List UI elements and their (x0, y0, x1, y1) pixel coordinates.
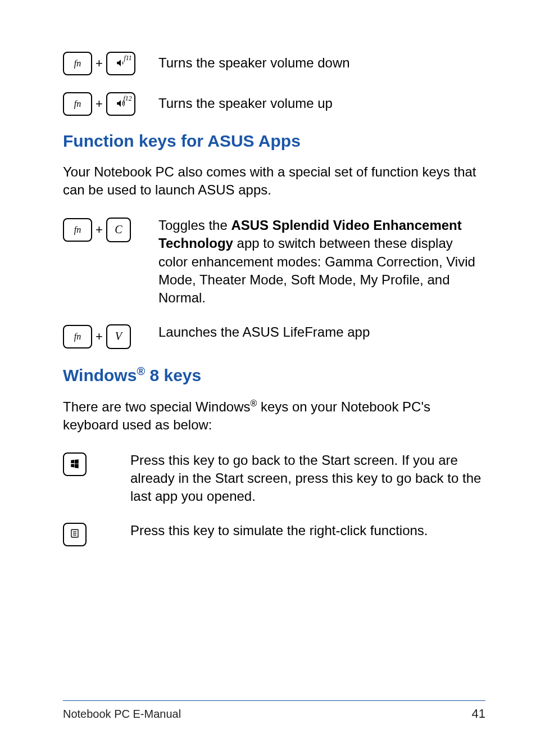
heading-text: 8 keys (145, 366, 201, 384)
shortcut-row: Press this key to go back to the Start s… (63, 451, 485, 506)
v-key: V (106, 324, 131, 349)
windows-key (63, 452, 87, 476)
menu-icon (70, 528, 80, 540)
plus-sign: + (96, 56, 103, 71)
c-key-label: C (115, 223, 122, 236)
f12-key: f12 (106, 92, 135, 116)
windows-icon (70, 458, 80, 470)
registered-mark: ® (137, 365, 145, 377)
shortcut-desc: Press this key to go back to the Start s… (130, 451, 485, 506)
shortcut-desc: Launches the ASUS LifeFrame app (158, 323, 485, 341)
desc-text: Toggles the (158, 218, 231, 233)
menu-key (63, 523, 87, 546)
c-key: C (106, 218, 131, 242)
fn-key: fn (63, 325, 92, 348)
fn-key: fn (63, 92, 92, 116)
fn-key-label: fn (74, 332, 81, 342)
shortcut-row: fn + C Toggles the ASUS Splendid Video E… (63, 216, 485, 307)
shortcut-row: fn + f11 Turns the speaker volume down (63, 51, 485, 75)
f11-label: f11 (124, 54, 131, 62)
shortcut-desc: Turns the speaker volume down (158, 54, 485, 72)
shortcut-desc: Press this key to simulate the right-cli… (130, 522, 485, 540)
intro-windows-keys: There are two special Windows® keys on y… (63, 397, 485, 434)
shortcut-row: Press this key to simulate the right-cli… (63, 522, 485, 546)
fn-key-label: fn (74, 58, 81, 69)
fn-key: fn (63, 52, 92, 75)
key-combo: fn + C (63, 218, 158, 242)
shortcut-row: fn + f12 Turns the speaker volume up (63, 91, 485, 116)
shortcut-desc: Turns the speaker volume up (158, 94, 485, 112)
plus-sign: + (96, 223, 103, 237)
page-footer: Notebook PC E-Manual 41 (63, 700, 485, 721)
plus-sign: + (96, 97, 103, 111)
heading-text: Windows (63, 366, 137, 384)
key-combo: fn + f11 (63, 52, 158, 75)
key-single (63, 452, 130, 476)
fn-key-label: fn (74, 225, 81, 235)
shortcut-desc: Toggles the ASUS Splendid Video Enhancem… (158, 216, 485, 307)
fn-key: fn (63, 218, 92, 242)
footer-title: Notebook PC E-Manual (63, 708, 181, 721)
plus-sign: + (96, 329, 103, 344)
key-single (63, 523, 130, 546)
fn-key-label: fn (74, 99, 81, 109)
key-combo: fn + V (63, 324, 158, 349)
heading-windows-keys: Windows® 8 keys (63, 365, 485, 385)
intro-text: There are two special Windows (63, 399, 250, 414)
intro-asus-apps: Your Notebook PC also comes with a speci… (63, 163, 485, 200)
f11-key: f11 (106, 52, 135, 75)
shortcut-row: fn + V Launches the ASUS LifeFrame app (63, 323, 485, 349)
v-key-label: V (115, 330, 122, 343)
key-combo: fn + f12 (63, 92, 158, 116)
heading-asus-apps: Function keys for ASUS Apps (63, 132, 485, 151)
footer-page-number: 41 (472, 707, 485, 721)
registered-mark: ® (250, 399, 257, 408)
f12-label: f12 (124, 94, 132, 103)
